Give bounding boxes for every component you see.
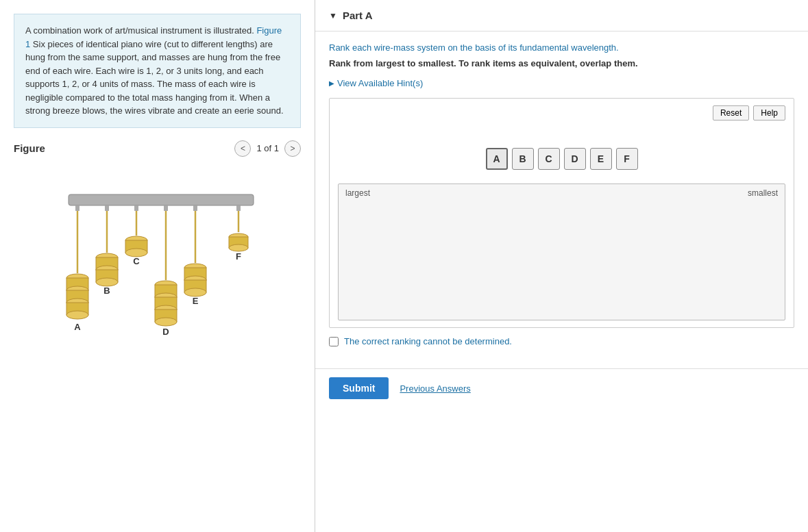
svg-rect-3 — [134, 205, 138, 211]
svg-text:C: C — [133, 256, 140, 266]
wire-diagram-svg: A B C — [27, 170, 288, 362]
tiles-row: A B C D E F — [338, 148, 785, 170]
svg-point-47 — [229, 244, 248, 251]
svg-rect-6 — [236, 205, 241, 211]
left-panel: A combination work of art/musical instru… — [0, 0, 315, 532]
tile-c[interactable]: C — [538, 148, 560, 170]
svg-rect-0 — [69, 194, 254, 205]
collapse-icon[interactable]: ▼ — [329, 11, 337, 21]
ranking-drop-zone[interactable]: largest smallest — [338, 183, 785, 320]
svg-rect-1 — [75, 205, 79, 211]
ranking-container: Reset Help A B C D E F largest smallest — [329, 98, 794, 328]
svg-text:B: B — [103, 286, 110, 296]
drop-zone-area[interactable] — [345, 201, 778, 317]
problem-text-body: Six pieces of identical piano wire (cut … — [25, 39, 284, 116]
reset-button[interactable]: Reset — [713, 105, 749, 121]
drop-zone-labels: largest smallest — [345, 188, 778, 198]
smallest-label: smallest — [748, 188, 778, 198]
figure-title: Figure — [14, 142, 45, 154]
page-indicator: 1 of 1 — [256, 143, 279, 153]
tile-f[interactable]: F — [616, 148, 638, 170]
next-figure-button[interactable]: > — [284, 140, 301, 157]
bottom-bar: Submit Previous Answers — [315, 368, 808, 407]
tile-b[interactable]: B — [512, 148, 534, 170]
help-button[interactable]: Help — [753, 105, 785, 121]
checkbox-row: The correct ranking cannot be determined… — [329, 336, 794, 346]
rank-instruction: Rank each wire-mass system on the basis … — [329, 42, 794, 53]
hint-link[interactable]: View Available Hint(s) — [329, 78, 794, 88]
svg-point-14 — [66, 311, 88, 319]
previous-answers-link[interactable]: Previous Answers — [400, 383, 470, 394]
svg-point-35 — [155, 318, 177, 326]
svg-text:D: D — [162, 327, 169, 337]
tile-d[interactable]: D — [564, 148, 586, 170]
ranking-toolbar: Reset Help — [338, 105, 785, 121]
svg-rect-4 — [164, 205, 168, 211]
figure-nav: < 1 of 1 > — [234, 140, 301, 157]
part-header: ▼ Part A — [315, 0, 808, 31]
rank-bold-instruction: Rank from largest to smallest. To rank i… — [329, 58, 794, 68]
figure-image: A B C — [14, 164, 301, 383]
right-panel: ▼ Part A Rank each wire-mass system on t… — [315, 0, 808, 532]
part-title: Part A — [343, 10, 373, 21]
svg-rect-2 — [105, 205, 109, 211]
svg-text:E: E — [192, 296, 198, 306]
problem-text-box: A combination work of art/musical instru… — [14, 14, 301, 128]
figure-section: Figure < 1 of 1 > — [14, 140, 301, 383]
largest-label: largest — [345, 188, 370, 198]
svg-rect-5 — [193, 205, 197, 211]
svg-text:A: A — [74, 322, 81, 332]
tile-a[interactable]: A — [486, 148, 508, 170]
cannot-determine-checkbox[interactable] — [329, 337, 339, 346]
svg-text:F: F — [236, 251, 241, 262]
prev-figure-button[interactable]: < — [234, 140, 251, 157]
cannot-determine-label[interactable]: The correct ranking cannot be determined… — [344, 336, 512, 346]
part-content: Rank each wire-mass system on the basis … — [315, 31, 808, 368]
problem-text-content: A combination work of art/musical instru… — [25, 25, 256, 36]
tile-e[interactable]: E — [590, 148, 612, 170]
figure-header: Figure < 1 of 1 > — [14, 140, 301, 157]
submit-button[interactable]: Submit — [329, 377, 389, 399]
